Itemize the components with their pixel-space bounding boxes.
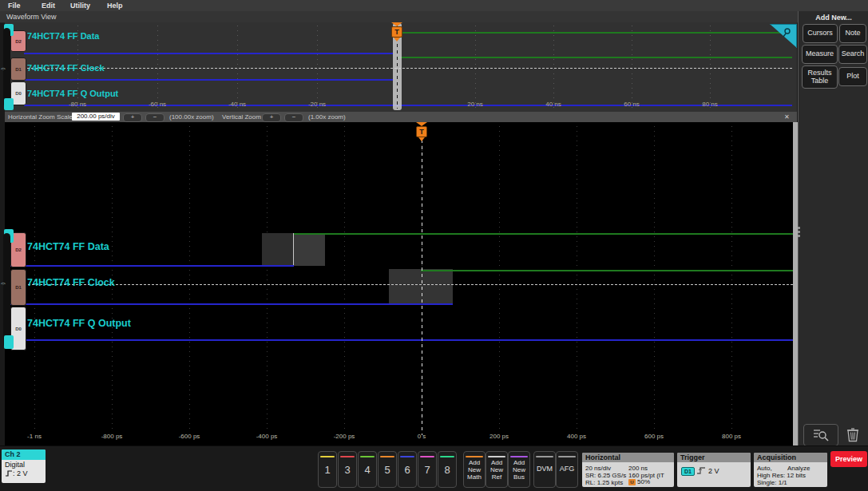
gridline [157,26,158,109]
d2-low-segment [5,265,294,267]
acquisition-panel[interactable]: Acquisition Auto, Analyze High Res: 12 b… [754,453,827,487]
channel-button-4[interactable]: 4 [358,451,377,488]
afg-button[interactable]: AFG [556,451,578,488]
magnifier-icon [781,27,792,38]
add-new-ref-button[interactable]: Add New Ref [486,451,508,488]
measure-button[interactable]: Measure [802,45,838,64]
axis-tick-label: 200 ps [474,433,525,440]
dvm-button[interactable]: DVM [533,451,556,488]
channel-button-1[interactable]: 1 [318,451,337,488]
channel-label-clock[interactable]: 74HCT74 FF Clock [27,277,115,288]
channel-button-6[interactable]: 6 [398,451,417,488]
v-zoom-label: Vertical Zoom [222,112,261,122]
channel-chip-d1[interactable]: D1 [10,57,26,81]
axis-tick-label: 80 ns [684,101,735,108]
acq-mode: Auto, [757,465,772,472]
gridline [654,126,655,430]
trigger-panel[interactable]: Trigger D1 2 V [677,453,751,487]
axis-tick-label: 60 ns [606,101,657,108]
results-table-button[interactable]: Results Table [802,65,838,89]
gridline [553,26,554,109]
channel-number: 3 [339,464,356,476]
panel-drag-handle[interactable] [795,225,802,243]
channel-label-q-output[interactable]: 74HCT74 FF Q Output [27,318,131,329]
h-zoom-factor: (100.00x zoom) [169,112,214,122]
h-zoom-scale-value[interactable]: 200.00 ps/div [72,113,120,121]
overview-group-tab-bottom[interactable] [4,98,14,110]
zoom-results-button[interactable] [803,424,838,446]
axis-tick-label: -1 ns [9,433,60,440]
horizontal-panel[interactable]: Horizontal 20 ns/div 200 ns SR: 6.25 GS/… [582,453,674,487]
note-button[interactable]: Note [839,24,866,43]
preview-button[interactable]: Preview [830,451,867,467]
trash-button[interactable] [842,424,863,445]
channel-label-q-output[interactable]: 74HCT74 FF Q Output [27,89,118,98]
v-zoom-plus-button[interactable]: + [262,113,281,122]
waveform-overview[interactable]: D2 D1 D0 74HCT74 FF Data 74HCT74 FF Cloc… [5,22,797,113]
overview-trigger-marker[interactable]: T [391,22,402,42]
add-new-panel: Add New... Cursors Note Measure Search R… [798,11,868,445]
acquisition-title: Acquisition [754,453,827,462]
add-new-math-button[interactable]: Add New Math [463,451,486,488]
position-u-icon: U [628,479,636,485]
gridline [344,126,345,430]
cursors-button[interactable]: Cursors [803,24,838,43]
add-new-math-label: Add New Math [464,460,485,481]
channel-label-data[interactable]: 74HCT74 FF Data [27,31,99,41]
menu-utility[interactable]: Utility [70,0,90,11]
ch2-badge[interactable]: Ch 2 Digital : 2 V [2,449,46,483]
zoomed-waveform-view[interactable]: T D2 D1 D0 74HCT74 FF Data 74HCT74 FF Cl… [5,122,793,445]
d2-transition-region-right [294,233,325,266]
channel-color-stripe [400,456,414,457]
tab-waveform-view[interactable]: Waveform View [6,11,57,22]
channel-label-data[interactable]: 74HCT74 FF Data [27,241,109,252]
gridline [237,26,238,109]
threshold-icon [5,470,13,477]
menu-file[interactable]: File [8,0,21,11]
axis-tick-label: 0 s [396,433,447,440]
h-zoom-minus-button[interactable]: − [145,113,164,122]
channel-button-7[interactable]: 7 [418,451,437,488]
menu-edit[interactable]: Edit [42,0,55,11]
add-new-title: Add New... [799,14,868,22]
dvm-stripe [536,456,553,457]
axis-tick-label: -20 ns [291,101,343,108]
channel-label-clock[interactable]: 74HCT74 FF Clock [27,63,105,73]
h-position: U50% [628,478,650,485]
channel-chip-d1[interactable]: D1 [10,269,26,306]
zoom-group-handle[interactable] [3,233,10,347]
horizontal-title: Horizontal [582,453,674,462]
ch2-title: Ch 2 [2,449,46,460]
d2-transition-region-left [262,233,294,266]
h-scale: 20 ns/div [585,465,611,472]
h-span: 200 ns [628,465,648,472]
plot-button[interactable]: Plot [838,67,867,86]
d2-high-segment [294,233,793,235]
d2-transition-edge-line [293,233,294,266]
add-new-bus-button[interactable]: Add New Bus [508,451,530,488]
axis-tick-label: -600 ps [164,433,215,440]
trash-icon [846,427,859,442]
search-button[interactable]: Search [838,45,867,64]
add-new-bus-label: Add New Bus [509,460,529,481]
gridline [475,26,476,109]
channel-number: 5 [379,464,396,476]
h-zoom-plus-button[interactable]: + [123,113,142,122]
add-new-ref-label: Add New Ref [486,460,507,481]
close-zoom-icon[interactable]: ✕ [784,112,790,122]
channel-button-8[interactable]: 8 [438,451,457,488]
zoom-trigger-marker[interactable]: T [416,122,427,141]
menu-help[interactable]: Help [107,0,123,11]
channel-button-3[interactable]: 3 [338,451,357,488]
channel-button-5[interactable]: 5 [378,451,397,488]
v-zoom-minus-button[interactable]: − [284,113,303,122]
trigger-title: Trigger [677,453,751,462]
clock-level-dashed-line [24,284,793,285]
tekscope-window: File Edit Utility Help Waveform View D2 … [0,0,868,491]
axis-tick-label: 400 ps [551,433,602,440]
bus-color-stripe [510,456,528,457]
channel-color-stripe [440,456,454,457]
axis-tick-label: -60 ns [132,101,183,108]
acq-single: Single: 1/1 [757,479,787,486]
zoom-group-tab-bottom[interactable] [4,335,14,349]
